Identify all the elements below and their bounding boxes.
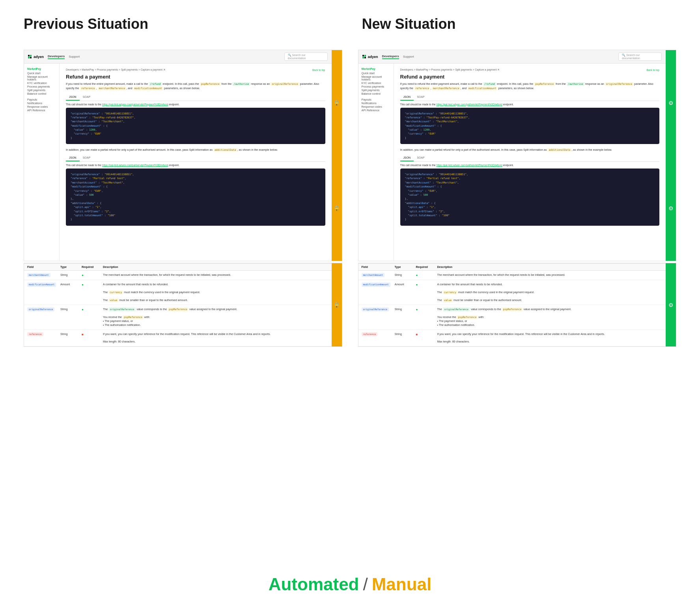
- sidebar-manage-left[interactable]: Manage account holders: [27, 75, 56, 81]
- sidebar-marketpay-right[interactable]: MarketPay: [362, 67, 390, 70]
- type-string-1-left: String: [60, 273, 80, 277]
- sidebar-payouts-right[interactable]: Payouts: [362, 98, 390, 101]
- bottom-legend: Automated / Manual: [269, 575, 432, 594]
- field-origref-left: originalReference: [27, 307, 54, 311]
- code-block-1-right: "originalReference" : "9914491481138851"…: [400, 108, 660, 144]
- sidebar-marketpay-left[interactable]: MarketPay: [27, 67, 56, 70]
- nav-developers-right[interactable]: Developers: [382, 54, 399, 59]
- table-header-left: Field Type Required Description: [24, 263, 332, 271]
- req-yes-3-right: ●: [416, 308, 418, 311]
- back-top-right[interactable]: Back to top: [646, 69, 659, 71]
- desc-3-left: The originalReference value corresponds …: [103, 307, 329, 327]
- partial-text-left: In addition, you can make a partial refu…: [66, 148, 325, 152]
- tab-soap-1-left[interactable]: SOAP: [80, 94, 93, 101]
- sidebar-split-right[interactable]: Split payments: [362, 89, 390, 92]
- lock-icon-code-left: 🔒: [333, 100, 340, 106]
- req-yes-3-left: ●: [82, 308, 84, 311]
- sidebar-quickstart-left[interactable]: Quick start: [27, 72, 56, 75]
- legend-manual: Manual: [372, 575, 432, 594]
- back-top-left[interactable]: Back to top: [312, 69, 325, 71]
- search-left[interactable]: 🔍 Search our documentation: [284, 52, 328, 61]
- type-amount-right: Amount: [395, 283, 414, 286]
- col-required-left: Required: [82, 266, 101, 268]
- sidebar-split-left[interactable]: Split payments: [27, 89, 56, 92]
- sidebar-response-right[interactable]: Response codes: [362, 105, 390, 108]
- page-title-right: Refund a payment: [400, 74, 660, 80]
- col-required-right: Required: [416, 266, 436, 268]
- code-tabs-2-left: JSON SOAP: [66, 155, 325, 162]
- sidebar-notifications-right[interactable]: Notifications: [362, 102, 390, 105]
- tab-soap-1-right[interactable]: SOAP: [414, 94, 427, 101]
- sidebar-api-right[interactable]: API Reference: [362, 109, 390, 112]
- sidebar-quickstart-right[interactable]: Quick start: [362, 72, 390, 75]
- col-desc-left: Description: [103, 266, 329, 268]
- field-modamount-right: modificationAmount: [362, 283, 390, 286]
- sidebar-balance-left[interactable]: Balance control: [27, 92, 56, 95]
- sidebar-manage-right[interactable]: Manage account holders: [362, 75, 390, 81]
- tab-soap-2-left[interactable]: SOAP: [80, 155, 93, 161]
- tab-json-2-right[interactable]: JSON: [400, 155, 414, 161]
- desc-1-left: The merchant account where the transacti…: [103, 273, 329, 277]
- field-origref-right: originalReference: [362, 307, 389, 311]
- previous-situation-title: Previous Situation: [24, 16, 338, 32]
- search-right[interactable]: 🔍 Search our documentation: [618, 52, 662, 61]
- field-modamount-left: modificationAmount: [27, 283, 56, 286]
- sidebar-kyc-left[interactable]: KYC verification: [27, 82, 56, 84]
- sidebar-api-left[interactable]: API Reference: [27, 109, 56, 112]
- code-block-1-left: "originalReference" : "9914491481138851"…: [66, 108, 325, 144]
- endpoint-text-1-left: This call should be made to the https://…: [66, 103, 325, 106]
- endpoint-text-2-right: This call should be made to the https://…: [400, 164, 660, 167]
- sidebar-payouts-left[interactable]: Payouts: [27, 98, 56, 101]
- field-merchantamount-right: merchantAmount: [362, 273, 385, 277]
- settings-icon-table-right: ⚙: [668, 302, 674, 308]
- new-table-section: Field Type Required Description merchant…: [358, 263, 677, 347]
- sidebar-process-left[interactable]: Process payments: [27, 85, 56, 88]
- table-row-reference-right: reference String ■ If you want, you can …: [358, 330, 666, 346]
- desc-4-left: If you want, you can specify your refere…: [103, 332, 329, 344]
- partial-text-right: In addition, you can make a partial refu…: [400, 148, 660, 152]
- table-row-modification-left: modificationAmount Amount ● A container …: [24, 280, 332, 305]
- table-row-modification-right: modificationAmount Amount ● A container …: [358, 280, 666, 305]
- nav-support-left[interactable]: Support: [69, 55, 80, 58]
- nav-support-right[interactable]: Support: [403, 55, 414, 58]
- description-left: If you need to refund the entire payment…: [66, 82, 325, 91]
- tab-json-2-left[interactable]: JSON: [66, 155, 80, 161]
- adyen-logo-left: adyen: [28, 55, 44, 59]
- table-row-reference-left: reference String ■ If you want, you can …: [24, 330, 332, 346]
- tab-json-1-left[interactable]: JSON: [66, 94, 80, 101]
- nav-developers-left[interactable]: Developers: [48, 54, 65, 59]
- code-block-2-left: "originalReference" : "9914491481138851"…: [66, 168, 325, 226]
- sidebar-left: MarketPay Quick start Manage account hol…: [24, 64, 60, 261]
- col-field-left: Field: [27, 266, 59, 268]
- col-desc-right: Description: [437, 266, 663, 268]
- sidebar-kyc-right[interactable]: KYC verification: [362, 82, 390, 84]
- field-merchantamount-left: merchantAmount: [27, 273, 50, 277]
- breadcrumb-left: Developers > MarketPay > Process payment…: [66, 68, 166, 71]
- tab-json-1-right[interactable]: JSON: [400, 94, 414, 101]
- tab-soap-2-right[interactable]: SOAP: [414, 155, 427, 161]
- legend-separator: /: [363, 575, 368, 594]
- code-tabs-1-right: JSON SOAP: [400, 94, 660, 101]
- type-amount-left: Amount: [60, 283, 80, 286]
- sidebar-balance-right[interactable]: Balance control: [362, 92, 390, 95]
- req-no-4-right: ■: [416, 333, 418, 336]
- code-tabs-1-left: JSON SOAP: [66, 94, 325, 101]
- table-row-merchant-right: merchantAmount String ● The merchant acc…: [358, 271, 666, 280]
- code-tabs-2-right: JSON SOAP: [400, 155, 660, 162]
- col-type-right: Type: [395, 266, 414, 268]
- sidebar-notifications-left[interactable]: Notifications: [27, 102, 56, 105]
- previous-table-section: Field Type Required Description merchant…: [24, 263, 342, 347]
- sidebar-response-left[interactable]: Response codes: [27, 105, 56, 108]
- col-field-right: Field: [362, 266, 393, 268]
- description-right: If you need to refund the entire payment…: [400, 82, 660, 91]
- endpoint-text-1-right: This call should be made to the https://…: [400, 103, 660, 106]
- main-content-left: Developers > MarketPay > Process payment…: [60, 64, 332, 261]
- sidebar-process-right[interactable]: Process payments: [362, 85, 390, 88]
- breadcrumb-right: Developers > MarketPay > Process payment…: [400, 68, 500, 71]
- settings-icon-code-right: ⚙: [668, 100, 674, 106]
- req-yes-1-right: ●: [416, 273, 418, 277]
- type-string-3-left: String: [60, 307, 80, 311]
- settings-icon-code2-right: ⚙: [668, 205, 674, 212]
- type-string-4-left: String: [60, 332, 80, 336]
- req-yes-2-right: ●: [416, 283, 418, 286]
